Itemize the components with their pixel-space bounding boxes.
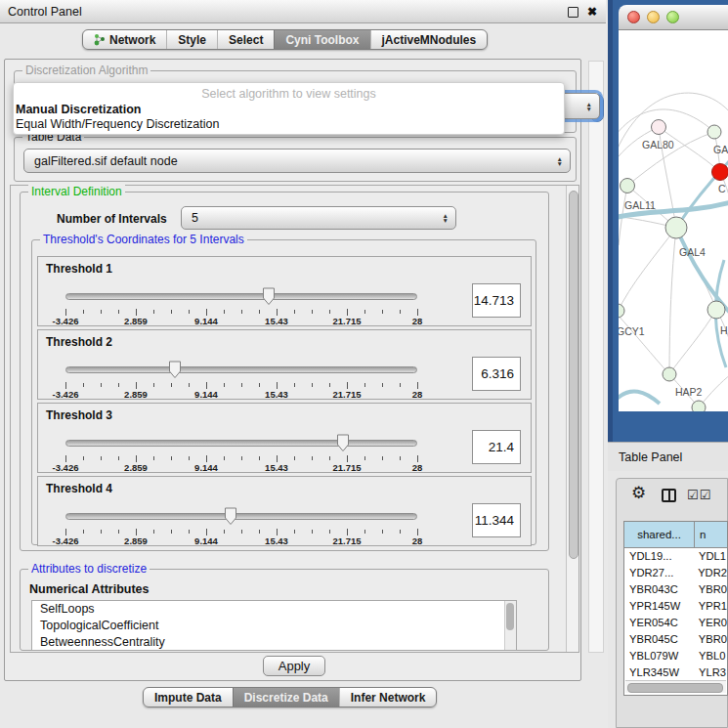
attribute-item[interactable]: BetweennessCentrality — [32, 634, 516, 651]
network-window-titlebar[interactable] — [619, 5, 728, 30]
network-node[interactable] — [707, 301, 725, 319]
table-row[interactable]: YDR27...YDR2 — [624, 565, 727, 581]
network-node[interactable] — [619, 304, 624, 318]
table-data-combo[interactable]: galFiltered.sif default node ▲▼ — [23, 149, 571, 173]
network-node[interactable] — [652, 120, 666, 135]
apply-button-label: Apply — [278, 659, 311, 673]
network-node[interactable] — [621, 179, 635, 193]
slider-thumb[interactable] — [168, 361, 182, 379]
threshold-row-3: Threshold 3-3.4262.8599.14415.4321.71528… — [37, 403, 532, 473]
zoom-traffic-light-icon[interactable] — [666, 11, 679, 23]
threshold-value-field[interactable]: 14.713 — [472, 283, 521, 318]
tick-minor — [400, 456, 401, 460]
column-checkbox-icons[interactable]: ☑☑ — [687, 488, 711, 502]
node-table[interactable]: shared... n YDL19...YDL1YDR27...YDR2YBR0… — [623, 521, 728, 696]
apply-button[interactable]: Apply — [263, 656, 325, 676]
scrollbar-thumb[interactable] — [506, 603, 514, 630]
tab-impute-data[interactable]: Impute Data — [144, 688, 233, 707]
network-node[interactable] — [665, 217, 687, 238]
network-node[interactable] — [707, 125, 721, 139]
numerical-attributes-list[interactable]: SelfLoopsTopologicalCoefficientBetweenne… — [31, 600, 517, 651]
algorithm-option-manual-discretization[interactable]: Manual Discretization — [14, 103, 564, 117]
control-panel-titlebar: Control Panel ✖ — [0, 0, 606, 23]
table-row[interactable]: YBR043CYBR0 — [624, 581, 727, 598]
tick-minor — [153, 383, 154, 387]
discretization-algorithm-group-label: Discretization Algorithm — [22, 64, 150, 77]
threshold-value-field[interactable]: 6.316 — [472, 357, 521, 391]
tick-major — [206, 309, 207, 316]
slider-thumb[interactable] — [262, 287, 276, 306]
table-row[interactable]: YBL079WYBL0 — [624, 648, 727, 664]
threshold-slider-1[interactable]: -3.4262.8599.14415.4321.71528 — [65, 286, 417, 323]
threshold-label: Threshold 3 — [46, 408, 112, 422]
attribute-item[interactable]: SelfLoops — [32, 601, 516, 618]
table-header-row[interactable]: shared... n — [624, 522, 727, 548]
tick-minor — [189, 530, 190, 534]
network-node[interactable] — [692, 401, 706, 411]
tick-minor — [224, 383, 225, 387]
tab-jactivemnodules[interactable]: jActiveMNodules — [370, 30, 488, 49]
cell-shared-name: YBR045C — [624, 631, 695, 648]
tick-minor — [382, 310, 383, 314]
tick-label: 9.144 — [194, 462, 218, 473]
tab-style[interactable]: Style — [166, 30, 217, 49]
tick-label: -3.426 — [53, 316, 79, 326]
slider-thumb[interactable] — [224, 507, 237, 526]
tab-infer-network[interactable]: Infer Network — [339, 688, 437, 707]
tick-minor — [382, 456, 383, 460]
split-view-icon[interactable] — [662, 489, 676, 502]
tab-discretize-data[interactable]: Discretize Data — [233, 688, 339, 707]
tick-label: 28 — [412, 316, 423, 326]
app-root: Control Panel ✖ NetworkStyleSelectCyni T… — [0, 0, 728, 728]
tick-minor — [382, 383, 383, 387]
tab-cyni-toolbox[interactable]: Cyni Toolbox — [274, 30, 369, 49]
threshold-slider-3[interactable]: -3.4262.8599.14415.4321.71528 — [65, 433, 417, 470]
slider-track[interactable] — [65, 513, 417, 520]
tab-network[interactable]: Network — [83, 30, 166, 49]
tick-label: 21.715 — [332, 389, 361, 400]
tick-minor — [189, 456, 190, 460]
network-canvas[interactable]: GAL80GACGAL11GAL4GCY1HHAP2 — [619, 30, 728, 411]
tick-major — [136, 382, 137, 389]
slider-track[interactable] — [65, 440, 417, 447]
cell-name: YDR2 — [694, 565, 727, 581]
threshold-value-field[interactable]: 11.344 — [472, 503, 521, 537]
scrollbar-thumb[interactable] — [569, 191, 578, 559]
threshold-value-field[interactable]: 21.4 — [472, 430, 521, 464]
tick-label: 2.859 — [124, 316, 148, 326]
close-traffic-light-icon[interactable] — [627, 11, 640, 23]
minimize-traffic-light-icon[interactable] — [647, 11, 660, 23]
tick-major — [206, 529, 207, 535]
attributes-list-scrollbar[interactable] — [504, 601, 516, 650]
table-row[interactable]: YLR345WYLR3 — [624, 664, 727, 681]
attribute-item[interactable]: TopologicalCoefficient — [32, 618, 516, 634]
network-node[interactable] — [663, 367, 676, 381]
table-header-shared[interactable]: shared... — [624, 522, 695, 547]
slider-track[interactable] — [65, 366, 417, 373]
algorithm-popup: Select algorithm to view settings Manual… — [13, 82, 565, 135]
node-label-h: H — [720, 324, 728, 336]
slider-thumb[interactable] — [336, 434, 350, 452]
gear-icon[interactable]: ⚙ — [631, 485, 646, 501]
tick-minor — [400, 310, 401, 314]
table-row[interactable]: YPR145WYPR1 — [624, 598, 727, 615]
settings-scrollbar[interactable] — [566, 186, 578, 652]
close-icon[interactable]: ✖ — [587, 6, 597, 18]
table-row[interactable]: YBR045CYBR0 — [624, 631, 727, 648]
panel-vertical-scrollbar[interactable] — [588, 61, 604, 653]
float-window-icon[interactable] — [568, 7, 578, 18]
table-row[interactable]: YER054CYER0 — [624, 615, 727, 631]
table-hscrollbar[interactable] — [625, 680, 726, 693]
slider-track[interactable] — [65, 293, 417, 300]
network-node[interactable] — [712, 164, 728, 181]
tab-select[interactable]: Select — [217, 30, 274, 49]
table-header-name[interactable]: n — [695, 522, 727, 547]
table-row[interactable]: YDL19...YDL1 — [624, 548, 727, 565]
tick-minor — [101, 383, 102, 387]
tick-major — [417, 455, 418, 462]
threshold-slider-4[interactable]: -3.4262.8599.14415.4321.71528 — [65, 506, 417, 543]
scrollbar-thumb[interactable] — [627, 683, 723, 693]
algorithm-option-equal-width-frequency-discretization[interactable]: Equal Width/Frequency Discretization — [14, 117, 564, 132]
number-of-intervals-combo[interactable]: 5 ▲▼ — [181, 206, 456, 230]
threshold-slider-2[interactable]: -3.4262.8599.14415.4321.71528 — [65, 360, 417, 397]
